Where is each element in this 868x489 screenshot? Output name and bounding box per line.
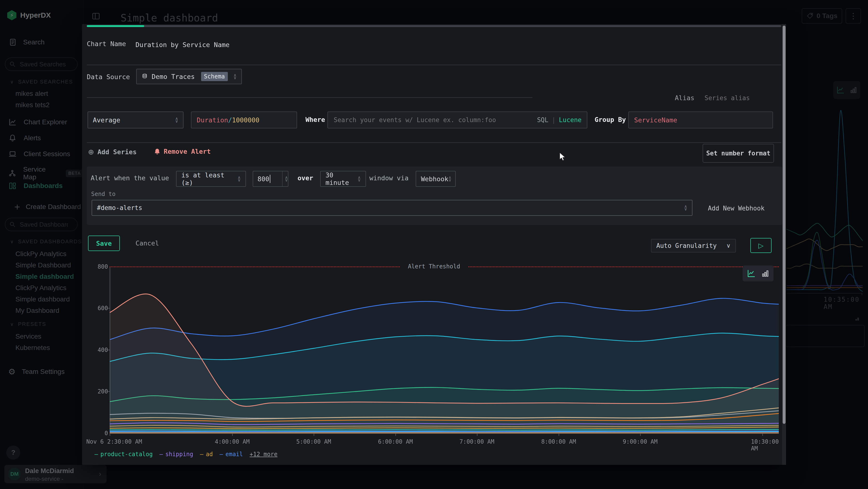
field-expression-input[interactable]: Duration/1000000 xyxy=(191,112,297,128)
alert-window-select[interactable]: 30 minute ∧∨ xyxy=(320,171,366,187)
x-tick-label: 8:00:00 AM xyxy=(541,438,576,445)
lucene-mode-link[interactable]: Lucene xyxy=(559,116,582,123)
mouse-cursor xyxy=(559,152,567,162)
group-by-value: ServiceName xyxy=(634,116,677,124)
add-series-button[interactable]: ⊕ Add Series xyxy=(88,148,137,156)
alert-condition-select[interactable]: is at least (≥) ∧∨ xyxy=(176,171,246,187)
chevron-down-icon: ∨ xyxy=(175,120,178,123)
expr-field: Duration xyxy=(197,116,228,124)
alert-suffix: window via xyxy=(369,174,409,182)
aggregation-select[interactable]: Average ∧∨ xyxy=(88,112,184,128)
preview-run-button[interactable]: ▷ xyxy=(750,238,772,253)
chart-name-label: Chart Name xyxy=(87,40,126,48)
chart-type-toggle[interactable] xyxy=(743,265,774,282)
alias-label: Alias xyxy=(644,94,694,102)
app-root: Simple dashboard 0 Tags ⋮ ▷ 10:35:00 AM xyxy=(0,0,868,489)
progress-fill xyxy=(87,25,144,27)
bar-chart-icon[interactable] xyxy=(761,269,770,278)
alert-threshold-input[interactable]: 800 ∧∨ xyxy=(253,171,288,187)
x-tick-label: 5:00:00 AM xyxy=(296,438,331,445)
alert-prefix: Alert when the value xyxy=(91,174,169,182)
where-search-box[interactable]: SQL | Lucene xyxy=(328,112,587,128)
modal-scrollbar-thumb[interactable] xyxy=(783,26,785,424)
line-chart-icon[interactable] xyxy=(746,269,756,278)
x-tick-label: 4:00:00 AM xyxy=(215,438,250,445)
granularity-select[interactable]: Auto Granularity ∨ xyxy=(651,239,736,253)
legend-swatch: — xyxy=(94,451,98,458)
x-tick-label: 10:30:00 AM xyxy=(751,438,779,452)
alert-channel-select[interactable]: Webhook ∧∨ xyxy=(416,171,456,187)
x-tick-label: 7:00:00 AM xyxy=(460,438,495,445)
sql-mode-link[interactable]: SQL xyxy=(537,116,548,123)
play-icon: ▷ xyxy=(758,241,764,250)
x-tick-label: Nov 6 2:30:00 AM xyxy=(86,438,142,445)
webhook-select[interactable]: #demo-alerts ∧∨ xyxy=(92,200,692,216)
x-tick-label: 9:00:00 AM xyxy=(623,438,658,445)
chart-name-input[interactable] xyxy=(130,36,774,54)
schema-badge[interactable]: Schema xyxy=(201,72,228,81)
expr-op: / xyxy=(228,116,232,124)
chart-legend: —product-catalog —shipping —ad —email +1… xyxy=(94,451,278,458)
spinner-down[interactable]: ∨ xyxy=(285,179,288,181)
chevron-down-icon: ∨ xyxy=(726,242,731,249)
group-by-input[interactable]: ServiceName xyxy=(628,112,773,128)
legend-swatch: — xyxy=(200,451,203,458)
text-caret xyxy=(270,175,270,183)
alert-over-label: over xyxy=(298,174,313,182)
duration-chart xyxy=(110,267,779,434)
cancel-button[interactable]: Cancel xyxy=(135,239,159,247)
chevron-down-icon: ∨ xyxy=(234,77,237,79)
alert-config-panel: Alert when the value is at least (≥) ∧∨ … xyxy=(87,167,782,225)
alias-input[interactable] xyxy=(700,90,774,106)
set-number-format-button[interactable]: Set number format xyxy=(703,144,774,163)
add-new-webhook-link[interactable]: Add New Webhook xyxy=(708,205,765,212)
send-to-label: Send to xyxy=(91,191,116,197)
group-by-label: Group By xyxy=(595,116,626,123)
legend-item[interactable]: —ad xyxy=(200,451,213,458)
legend-more-link[interactable]: +12 more xyxy=(250,451,278,458)
legend-item[interactable]: —shipping xyxy=(159,451,193,458)
data-source-label: Data Source xyxy=(87,73,130,81)
edit-chart-modal: Chart Name Data Source Demo Traces Schem… xyxy=(82,24,786,465)
where-input[interactable] xyxy=(333,116,522,124)
modal-scrollbar-track[interactable] xyxy=(782,24,786,465)
save-button[interactable]: Save xyxy=(88,236,120,251)
expr-value: 1000000 xyxy=(232,116,259,124)
data-source-value: Demo Traces xyxy=(152,73,195,80)
chart-area: 800 600 400 200 0 Alert Threshold xyxy=(82,261,782,465)
database-icon xyxy=(142,73,148,80)
alert-bell-icon xyxy=(154,148,161,155)
where-label: Where xyxy=(306,116,325,123)
plus-circle-icon: ⊕ xyxy=(88,148,94,156)
legend-item[interactable]: —email xyxy=(220,451,243,458)
legend-swatch: — xyxy=(159,451,163,458)
progress-track xyxy=(87,25,781,27)
remove-alert-button[interactable]: Remove Alert xyxy=(154,148,211,155)
legend-swatch: — xyxy=(220,451,223,458)
x-tick-label: 6:00:00 AM xyxy=(378,438,413,445)
data-source-select[interactable]: Demo Traces Schema ∧∨ xyxy=(136,69,242,84)
legend-item[interactable]: —product-catalog xyxy=(94,451,153,458)
